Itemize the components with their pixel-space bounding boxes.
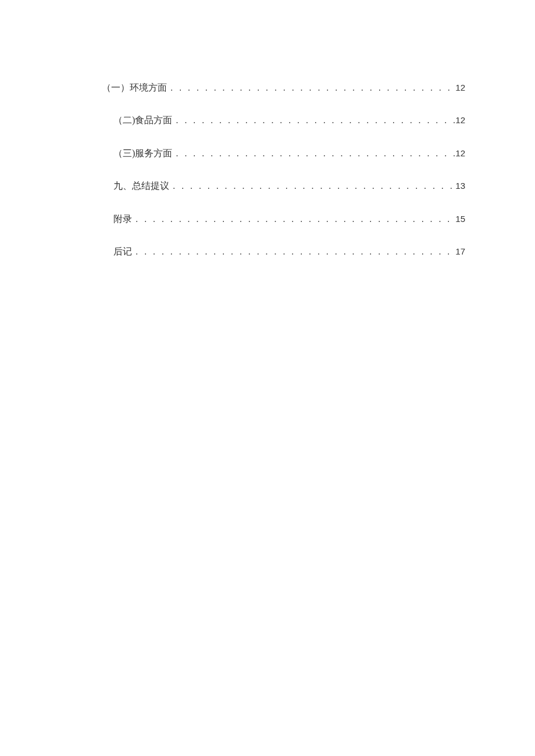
toc-entry-label: 后记 bbox=[113, 245, 132, 258]
toc-entry-label: 九、总结提议 bbox=[113, 180, 169, 192]
toc-entry-label: （三)服务方面 bbox=[113, 147, 172, 160]
toc-entry: （一）环境方面 12 bbox=[102, 81, 465, 94]
toc-dot-leader bbox=[172, 114, 455, 127]
toc-entry-page: 12 bbox=[455, 147, 465, 159]
toc-entry-page: 12 bbox=[455, 81, 465, 94]
page-content: （一）环境方面 12 （二)食品方面 12 （三)服务方面 12 九、总结提议 … bbox=[0, 0, 535, 258]
toc-dot-leader bbox=[172, 147, 455, 160]
toc-entry-label: （二)食品方面 bbox=[113, 114, 172, 127]
toc-entry: 后记 17 bbox=[102, 245, 465, 258]
toc-dot-leader bbox=[132, 213, 455, 225]
toc-entry-page: 13 bbox=[455, 180, 465, 192]
toc-entry: （三)服务方面 12 bbox=[102, 147, 465, 160]
toc-entry-page: 12 bbox=[455, 114, 465, 126]
toc-entry: （二)食品方面 12 bbox=[102, 114, 465, 127]
toc-entry-label: 附录 bbox=[113, 213, 132, 225]
toc-dot-leader bbox=[167, 81, 455, 94]
toc-entry: 附录 15 bbox=[102, 213, 465, 225]
toc-entry-page: 15 bbox=[455, 213, 465, 225]
toc-dot-leader bbox=[132, 245, 455, 258]
toc-entry-label: （一）环境方面 bbox=[102, 81, 167, 94]
toc-entry-page: 17 bbox=[455, 245, 465, 257]
toc-entry: 九、总结提议 13 bbox=[102, 180, 465, 192]
toc-dot-leader bbox=[169, 180, 455, 192]
